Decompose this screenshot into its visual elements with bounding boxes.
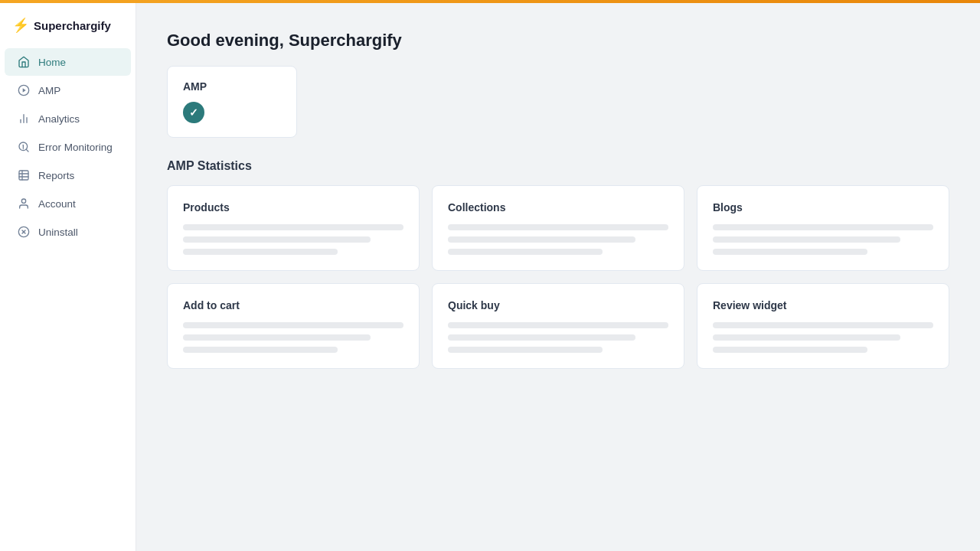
sidebar-item-account-label: Account: [38, 198, 76, 210]
stat-card-quick-buy[interactable]: Quick buy: [432, 283, 684, 369]
sidebar-item-uninstall[interactable]: Uninstall: [5, 218, 131, 246]
reports-icon: [17, 168, 31, 182]
sidebar-item-error-monitoring[interactable]: Error Monitoring: [5, 133, 131, 161]
stat-card-collections[interactable]: Collections: [432, 185, 684, 271]
stat-card-review-widget[interactable]: Review widget: [697, 283, 949, 369]
amp-card-title: AMP: [183, 80, 281, 93]
skeleton-line: [448, 347, 603, 353]
skeleton-line: [713, 322, 933, 328]
sidebar-item-home-label: Home: [38, 57, 66, 68]
stat-card-add-to-cart[interactable]: Add to cart: [167, 283, 420, 369]
logo-text: Superchargify: [34, 19, 111, 32]
skeleton-line: [713, 347, 867, 353]
skeleton-line: [183, 224, 403, 230]
stat-card-products[interactable]: Products: [167, 185, 420, 271]
skeleton-line: [183, 334, 371, 341]
sidebar-item-reports[interactable]: Reports: [5, 161, 131, 189]
main-content: Good evening, Superchargify AMP AMP Stat…: [136, 3, 980, 551]
skeleton-line: [713, 334, 900, 341]
sidebar-item-account[interactable]: Account: [5, 190, 131, 217]
svg-marker-1: [23, 88, 26, 92]
svg-rect-9: [19, 171, 28, 180]
error-monitoring-icon: [17, 140, 31, 154]
sidebar-item-analytics[interactable]: Analytics: [5, 105, 131, 132]
account-icon: [17, 197, 31, 210]
skeleton-line: [183, 347, 338, 353]
skeleton-line: [713, 236, 900, 243]
stat-card-blogs[interactable]: Blogs: [697, 185, 949, 271]
skeleton-line: [183, 322, 403, 328]
uninstall-icon: [17, 225, 31, 239]
logo: ⚡ Superchargify: [0, 9, 136, 47]
skeleton-line: [448, 322, 668, 328]
skeleton-line: [448, 236, 635, 243]
analytics-icon: [17, 112, 31, 126]
stats-grid: Products Collections Blogs Ad: [167, 185, 949, 369]
skeleton-line: [183, 236, 371, 243]
skeleton-line: [183, 249, 338, 255]
amp-check-icon: [183, 102, 204, 123]
sidebar-item-amp[interactable]: AMP: [5, 77, 131, 104]
sidebar-item-home[interactable]: Home: [5, 48, 131, 76]
stat-card-add-to-cart-title: Add to cart: [183, 299, 403, 311]
stat-card-products-title: Products: [183, 201, 403, 214]
skeleton-line: [713, 224, 933, 230]
greeting: Good evening, Superchargify: [167, 31, 949, 51]
logo-icon: ⚡: [12, 17, 29, 34]
sidebar-item-amp-label: AMP: [38, 85, 60, 96]
skeleton-line: [448, 224, 668, 230]
skeleton-line: [713, 249, 867, 255]
stat-card-review-widget-title: Review widget: [713, 299, 933, 311]
sidebar: ⚡ Superchargify Home: [0, 3, 136, 551]
stat-card-quick-buy-title: Quick buy: [448, 299, 668, 311]
amp-icon: [17, 83, 31, 97]
sidebar-item-uninstall-label: Uninstall: [38, 227, 78, 238]
skeleton-line: [448, 249, 603, 255]
sidebar-item-reports-label: Reports: [38, 170, 74, 181]
svg-line-6: [26, 149, 28, 152]
sidebar-nav: Home AMP: [0, 47, 136, 246]
svg-point-13: [21, 199, 25, 203]
sidebar-item-error-monitoring-label: Error Monitoring: [38, 142, 113, 153]
stat-card-collections-title: Collections: [448, 201, 668, 214]
skeleton-line: [448, 334, 635, 341]
sidebar-item-analytics-label: Analytics: [38, 113, 80, 125]
stats-section-title: AMP Statistics: [167, 159, 949, 173]
stat-card-blogs-title: Blogs: [713, 201, 933, 214]
home-icon: [17, 55, 31, 69]
amp-status-card[interactable]: AMP: [167, 66, 297, 138]
